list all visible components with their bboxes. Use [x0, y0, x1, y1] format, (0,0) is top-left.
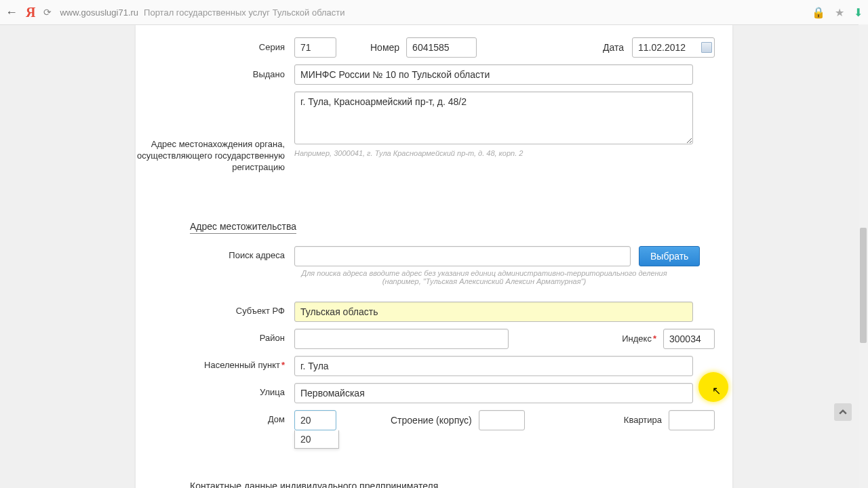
page-viewport: Серия Номер Дата Выдано Адрес местонахож…: [0, 25, 868, 488]
browser-toolbar: ← Я ⟳ www.gosuslugi71.ru Портал государс…: [0, 0, 868, 25]
index-input[interactable]: [663, 329, 715, 349]
select-button[interactable]: Выбрать: [639, 246, 700, 266]
page-title: Портал государственных услуг Тульской об…: [144, 7, 344, 18]
mouse-cursor-icon: ↖: [712, 384, 721, 397]
address-bar[interactable]: www.gosuslugi71.ru Портал государственны…: [60, 7, 804, 18]
apartment-input[interactable]: [669, 410, 715, 430]
label-district: Район: [136, 333, 294, 344]
label-subject: Субъект РФ: [136, 306, 294, 317]
authority-hint: Например, 3000041, г. Тула Красноармейск…: [294, 149, 693, 157]
reload-button[interactable]: ⟳: [43, 7, 52, 18]
label-issued: Выдано: [136, 69, 294, 81]
calendar-icon[interactable]: [701, 42, 712, 53]
vertical-scrollbar-track[interactable]: [859, 24, 868, 488]
issued-input[interactable]: [294, 64, 693, 85]
locality-input[interactable]: [294, 356, 693, 376]
house-input[interactable]: [294, 410, 336, 430]
building-input[interactable]: [479, 410, 525, 430]
label-number: Номер: [370, 42, 399, 53]
house-autocomplete-option[interactable]: 20: [294, 430, 339, 449]
label-apartment: Квартира: [624, 415, 662, 425]
subject-input[interactable]: [294, 302, 693, 322]
label-building: Строение (корпус): [391, 415, 472, 426]
download-icon[interactable]: ⬇: [854, 6, 863, 19]
search-address-input[interactable]: [294, 246, 631, 266]
label-search-address: Поиск адреса: [136, 246, 294, 262]
label-house: Дом: [136, 414, 294, 426]
label-index: Индекс*: [622, 333, 656, 344]
form-panel: Серия Номер Дата Выдано Адрес местонахож…: [136, 25, 732, 488]
search-hint: Для поиска адреса вводите адрес без указ…: [294, 269, 674, 285]
label-street: Улица: [136, 387, 294, 399]
section-residence-title: Адрес местожительства: [190, 221, 296, 234]
street-input[interactable]: [294, 383, 693, 403]
series-input[interactable]: [294, 37, 336, 58]
authority-address-textarea[interactable]: [294, 92, 693, 144]
label-locality: Населенный пункт*: [136, 360, 294, 371]
back-button[interactable]: ←: [5, 5, 18, 20]
url-domain: www.gosuslugi71.ru: [60, 7, 138, 18]
bookmark-star-icon[interactable]: ★: [835, 6, 844, 19]
label-date: Дата: [603, 42, 624, 53]
section-contacts-title: Контактные данные индивидуального предпр…: [190, 481, 438, 488]
lock-icon[interactable]: 🔒: [812, 6, 825, 19]
yandex-logo-icon[interactable]: Я: [26, 5, 35, 20]
scroll-to-top-button[interactable]: [834, 403, 852, 421]
district-input[interactable]: [294, 329, 509, 349]
number-input[interactable]: [406, 37, 477, 58]
label-series: Серия: [136, 42, 294, 54]
vertical-scrollbar-thumb[interactable]: [860, 228, 867, 343]
label-authority-address: Адрес местонахождения органа, осуществля…: [136, 92, 294, 174]
